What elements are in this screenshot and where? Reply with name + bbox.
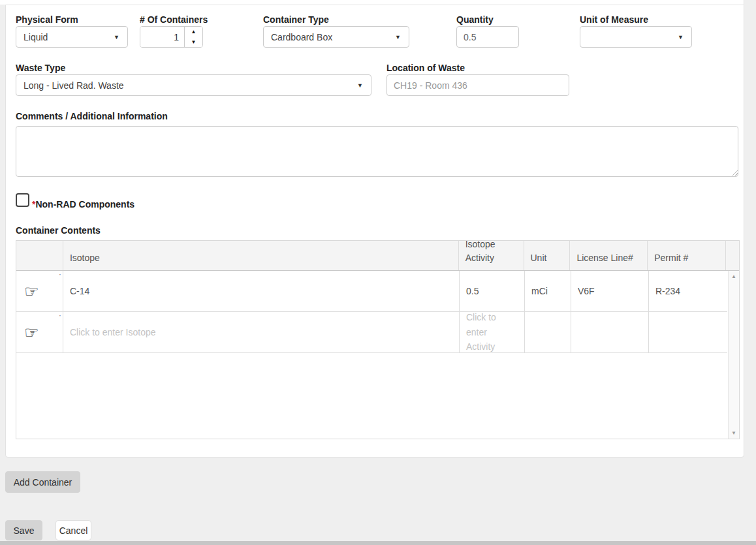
container-type-select[interactable]: Cardboard Box ▼ xyxy=(263,26,409,48)
waste-type-label: Waste Type xyxy=(16,63,65,73)
table-row[interactable]: ☞ · C-14 0.5 mCi V6F R-234 xyxy=(16,271,727,312)
comments-textarea[interactable] xyxy=(16,126,738,177)
stepper-up-icon[interactable]: ▲ xyxy=(185,27,202,37)
row-action-column-header xyxy=(16,241,63,270)
chevron-down-icon: ▼ xyxy=(357,82,363,89)
scroll-down-icon[interactable]: ▼ xyxy=(729,428,739,439)
scrollbar-header-pad xyxy=(726,241,739,270)
container-type-label: Container Type xyxy=(263,14,329,25)
license-line-column-header: License Line# xyxy=(570,241,648,270)
license-line-cell[interactable] xyxy=(571,312,649,352)
unit-of-measure-select[interactable]: ▼ xyxy=(580,26,692,48)
save-button[interactable]: Save xyxy=(5,520,42,540)
stepper-down-icon[interactable]: ▼ xyxy=(185,37,202,48)
unit-cell[interactable] xyxy=(525,312,571,352)
row-handle-dot: · xyxy=(59,313,61,318)
permit-cell[interactable]: R-234 xyxy=(649,271,727,311)
permit-column-header: Permit # xyxy=(648,241,726,270)
activity-column-header: Isotope Activity xyxy=(459,241,524,270)
location-of-waste-label: Location of Waste xyxy=(386,63,465,73)
stepper-buttons: ▲ ▼ xyxy=(184,27,202,47)
container-contents-title: Container Contents xyxy=(16,225,101,236)
waste-type-value: Long - Lived Rad. Waste xyxy=(24,80,124,91)
permit-cell[interactable] xyxy=(649,312,727,352)
isotope-cell-placeholder[interactable]: Click to enter Isotope xyxy=(63,312,460,352)
activity-cell-placeholder[interactable]: Click to enter Activity xyxy=(460,312,525,352)
chevron-down-icon: ▼ xyxy=(114,34,119,40)
bottom-scrollbar-track[interactable] xyxy=(0,541,756,545)
quantity-input[interactable] xyxy=(456,26,519,48)
hand-point-right-icon[interactable]: ☞ xyxy=(24,283,39,300)
unit-column-header: Unit xyxy=(524,241,571,270)
row-handle-dot: · xyxy=(59,272,61,277)
comments-label: Comments / Additional Information xyxy=(16,111,168,121)
license-line-cell[interactable]: V6F xyxy=(571,271,649,311)
scroll-up-icon[interactable]: ▲ xyxy=(729,271,739,282)
isotope-cell[interactable]: C-14 xyxy=(63,271,460,311)
non-rad-components-checkbox[interactable] xyxy=(16,193,29,207)
non-rad-components-label: *Non-RAD Components xyxy=(32,199,134,210)
cancel-button[interactable]: Cancel xyxy=(55,520,91,540)
table-header-row: Isotope Isotope Activity Unit License Li… xyxy=(16,241,739,271)
add-container-button[interactable]: Add Container xyxy=(5,471,80,493)
containers-count-input[interactable] xyxy=(140,27,184,47)
container-type-value: Cardboard Box xyxy=(271,32,332,42)
isotope-column-header: Isotope xyxy=(63,241,459,270)
unit-of-measure-label: Unit of Measure xyxy=(580,14,648,25)
table-row[interactable]: ☞ · Click to enter Isotope Click to ente… xyxy=(16,312,727,353)
location-of-waste-input[interactable] xyxy=(386,74,569,96)
chevron-down-icon: ▼ xyxy=(395,34,401,40)
physical-form-value: Liquid xyxy=(24,32,48,42)
activity-cell[interactable]: 0.5 xyxy=(460,271,525,311)
physical-form-select[interactable]: Liquid ▼ xyxy=(16,26,128,48)
hand-point-right-icon[interactable]: ☞ xyxy=(24,324,39,341)
physical-form-label: Physical Form xyxy=(16,14,78,25)
quantity-label: Quantity xyxy=(456,14,494,25)
chevron-down-icon: ▼ xyxy=(678,34,684,40)
unit-cell[interactable]: mCi xyxy=(525,271,571,311)
table-vertical-scrollbar[interactable]: ▲ ▼ xyxy=(728,271,739,439)
containers-count-label: # Of Containers xyxy=(140,14,208,25)
row-select-cell[interactable]: ☞ · xyxy=(16,271,63,311)
containers-count-stepper: ▲ ▼ xyxy=(140,26,203,48)
container-contents-table: Isotope Isotope Activity Unit License Li… xyxy=(16,240,740,439)
quantity-field-wrap xyxy=(456,26,519,48)
row-select-cell[interactable]: ☞ · xyxy=(16,312,63,352)
non-rad-components-label-text: Non-RAD Components xyxy=(35,199,134,210)
waste-type-select[interactable]: Long - Lived Rad. Waste ▼ xyxy=(16,74,371,96)
top-divider xyxy=(0,0,744,5)
location-field-wrap xyxy=(386,74,569,96)
